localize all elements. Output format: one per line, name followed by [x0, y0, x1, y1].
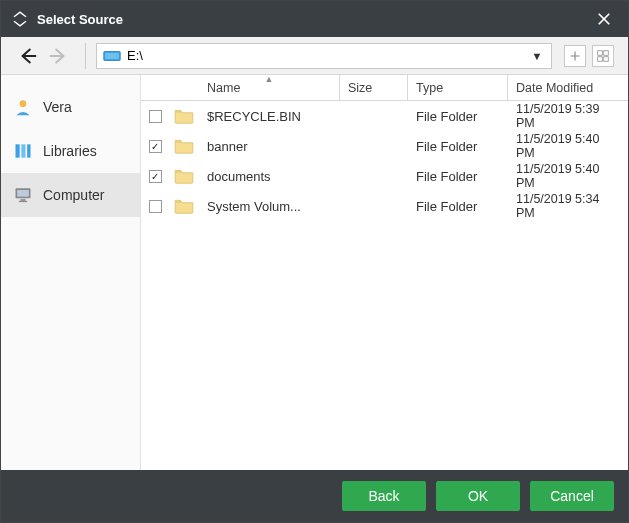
table-row[interactable]: ✓bannerFile Folder11/5/2019 5:40 PM: [141, 131, 628, 161]
titlebar: Select Source: [1, 1, 628, 37]
list-rows: $RECYCLE.BINFile Folder11/5/2019 5:39 PM…: [141, 101, 628, 470]
row-checkbox[interactable]: [149, 200, 162, 213]
select-source-dialog: Select Source E:\ ▼: [0, 0, 629, 523]
sidebar-item-computer[interactable]: Computer: [1, 173, 140, 217]
row-checkbox[interactable]: ✓: [149, 140, 162, 153]
folder-icon: [169, 198, 199, 214]
ok-button[interactable]: OK: [436, 481, 520, 511]
file-list: ▲ Name Size Type Date Modified $RECYCLE.…: [141, 75, 628, 470]
toolbar-separator: [85, 43, 86, 69]
cell-date: 11/5/2019 5:40 PM: [508, 132, 628, 160]
body: Vera Libraries Computer ▲: [1, 75, 628, 470]
sort-asc-icon: ▲: [265, 74, 274, 84]
table-row[interactable]: System Volum...File Folder11/5/2019 5:34…: [141, 191, 628, 221]
sidebar-item-label: Libraries: [43, 143, 97, 159]
drive-icon: [103, 49, 121, 63]
table-row[interactable]: ✓documentsFile Folder11/5/2019 5:40 PM: [141, 161, 628, 191]
computer-icon: [13, 185, 33, 205]
svg-rect-7: [16, 144, 20, 157]
cell-type: File Folder: [408, 139, 508, 154]
app-icon: [11, 10, 29, 28]
svg-rect-5: [604, 56, 609, 61]
cell-type: File Folder: [408, 109, 508, 124]
sidebar-item-vera[interactable]: Vera: [1, 85, 140, 129]
cell-date: 11/5/2019 5:39 PM: [508, 102, 628, 130]
forward-arrow-icon[interactable]: [45, 43, 71, 69]
table-row[interactable]: $RECYCLE.BINFile Folder11/5/2019 5:39 PM: [141, 101, 628, 131]
row-checkbox[interactable]: [149, 110, 162, 123]
path-text: E:\: [127, 48, 523, 63]
cell-type: File Folder: [408, 199, 508, 214]
svg-rect-11: [17, 190, 29, 197]
svg-rect-9: [27, 144, 30, 157]
back-button[interactable]: Back: [342, 481, 426, 511]
folder-icon: [169, 138, 199, 154]
close-button[interactable]: [590, 5, 618, 33]
cell-name: $RECYCLE.BIN: [199, 109, 340, 124]
toolbar: E:\ ▼: [1, 37, 628, 75]
header-type[interactable]: Type: [408, 75, 508, 100]
user-icon: [13, 97, 33, 117]
new-folder-icon[interactable]: [564, 45, 586, 67]
header-size[interactable]: Size: [340, 75, 408, 100]
header-icon-gap: [169, 75, 199, 100]
back-arrow-icon[interactable]: [15, 43, 41, 69]
sidebar-item-label: Computer: [43, 187, 104, 203]
svg-rect-13: [19, 201, 27, 202]
svg-rect-8: [21, 144, 25, 157]
cell-date: 11/5/2019 5:40 PM: [508, 162, 628, 190]
dialog-title: Select Source: [37, 12, 590, 27]
folder-icon: [169, 168, 199, 184]
sidebar: Vera Libraries Computer: [1, 75, 141, 470]
sidebar-item-libraries[interactable]: Libraries: [1, 129, 140, 173]
row-checkbox[interactable]: ✓: [149, 170, 162, 183]
cell-date: 11/5/2019 5:34 PM: [508, 192, 628, 220]
svg-rect-12: [21, 199, 26, 201]
header-date[interactable]: Date Modified: [508, 75, 628, 100]
cancel-button[interactable]: Cancel: [530, 481, 614, 511]
sidebar-item-label: Vera: [43, 99, 72, 115]
list-header: ▲ Name Size Type Date Modified: [141, 75, 628, 101]
dropdown-icon[interactable]: ▼: [529, 50, 545, 62]
cell-name: banner: [199, 139, 340, 154]
folder-icon: [169, 108, 199, 124]
svg-rect-4: [598, 56, 603, 61]
svg-rect-2: [598, 50, 603, 55]
svg-point-6: [20, 100, 27, 107]
libraries-icon: [13, 141, 33, 161]
header-name[interactable]: ▲ Name: [199, 75, 340, 100]
cell-name: documents: [199, 169, 340, 184]
view-mode-icon[interactable]: [592, 45, 614, 67]
path-combobox[interactable]: E:\ ▼: [96, 43, 552, 69]
header-check[interactable]: [141, 75, 169, 100]
cell-type: File Folder: [408, 169, 508, 184]
footer: Back OK Cancel: [1, 470, 628, 522]
svg-rect-3: [604, 50, 609, 55]
svg-rect-1: [105, 53, 119, 59]
cell-name: System Volum...: [199, 199, 340, 214]
